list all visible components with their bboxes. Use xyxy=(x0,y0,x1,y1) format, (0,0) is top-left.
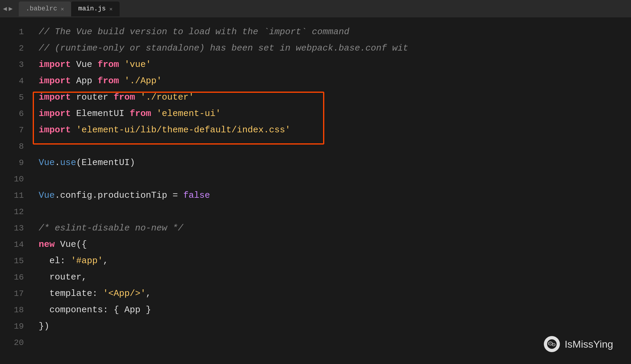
token: './router' xyxy=(135,92,194,102)
watermark-text: IsMissYing xyxy=(565,338,613,350)
token: }) xyxy=(39,321,49,331)
tab-mainjs[interactable]: main.js ✕ xyxy=(71,1,120,16)
token: ElementUI xyxy=(71,109,130,119)
token: = xyxy=(173,190,183,200)
line-content: import Vue from 'vue' xyxy=(39,57,622,73)
line-content: router, xyxy=(39,269,622,285)
line-content: components: { App } xyxy=(39,302,622,318)
nav-forward-icon[interactable]: ▶ xyxy=(9,5,12,13)
tab-babelrc-close[interactable]: ✕ xyxy=(61,6,64,12)
token: import xyxy=(39,125,71,135)
code-line: 11Vue.config.productionTip = false xyxy=(0,187,631,204)
svg-point-6 xyxy=(554,344,554,345)
line-number: 3 xyxy=(9,57,24,73)
nav-back-icon[interactable]: ◀ xyxy=(3,5,7,13)
tab-babelrc-label: .babelrc xyxy=(26,5,57,12)
code-line: 13/* eslint-disable no-new */ xyxy=(0,220,631,236)
wechat-icon xyxy=(544,336,560,352)
token: , xyxy=(146,288,151,299)
token: /* eslint-disable no-new */ xyxy=(39,223,183,233)
line-content: import 'element-ui/lib/theme-default/ind… xyxy=(39,122,622,138)
line-number: 7 xyxy=(9,122,24,138)
code-line: 12 xyxy=(0,204,631,220)
code-line: 1// The Vue build version to load with t… xyxy=(0,24,631,40)
token: App xyxy=(71,76,98,86)
line-number: 2 xyxy=(9,40,24,57)
tab-babelrc[interactable]: .babelrc ✕ xyxy=(19,1,71,16)
line-number: 18 xyxy=(9,302,24,318)
line-content: Vue.use(ElementUI) xyxy=(39,155,622,171)
token: router xyxy=(71,92,114,102)
token: '#app' xyxy=(71,256,103,266)
line-number: 16 xyxy=(9,269,24,285)
line-number: 8 xyxy=(9,138,24,155)
line-number: 1 xyxy=(9,24,24,40)
token: from xyxy=(130,109,151,119)
token: from xyxy=(98,59,119,70)
token: components: { App } xyxy=(39,305,151,315)
nav-arrows: ◀ ▶ xyxy=(3,5,13,13)
line-number: 19 xyxy=(9,318,24,335)
code-line: 17 template: '<App/>', xyxy=(0,285,631,302)
code-line: 10 xyxy=(0,171,631,187)
line-number: 14 xyxy=(9,236,24,253)
line-number: 9 xyxy=(9,155,24,171)
token: Vue xyxy=(39,158,55,168)
token: 'element-ui/lib/theme-default/index.css' xyxy=(71,125,290,135)
code-line: 9Vue.use(ElementUI) xyxy=(0,155,631,171)
token: Vue({ xyxy=(55,239,87,250)
token: import xyxy=(39,92,71,102)
line-content: Vue.config.productionTip = false xyxy=(39,187,622,204)
token: template: xyxy=(39,288,103,299)
code-line: 19}) xyxy=(0,318,631,335)
lines-container: 1// The Vue build version to load with t… xyxy=(0,24,631,351)
token: from xyxy=(114,92,135,102)
code-line: 16 router, xyxy=(0,269,631,285)
token: 'vue' xyxy=(119,59,151,70)
code-line: 7import 'element-ui/lib/theme-default/in… xyxy=(0,122,631,138)
line-number: 4 xyxy=(9,73,24,89)
line-content: new Vue({ xyxy=(39,236,622,253)
code-line: 3import Vue from 'vue' xyxy=(0,57,631,73)
token: . xyxy=(55,158,60,168)
watermark: IsMissYing xyxy=(544,336,613,352)
token: 'element-ui' xyxy=(151,109,221,119)
token: from xyxy=(98,76,119,86)
code-line: 20 xyxy=(0,335,631,351)
line-content: // The Vue build version to load with th… xyxy=(39,24,622,40)
code-line: 15 el: '#app', xyxy=(0,253,631,269)
token: use xyxy=(60,158,76,168)
code-line: 5import router from './router' xyxy=(0,89,631,106)
code-editor: 1// The Vue build version to load with t… xyxy=(0,18,631,364)
token: '<App/>' xyxy=(103,288,146,299)
line-content: /* eslint-disable no-new */ xyxy=(39,220,622,236)
token: './App' xyxy=(119,76,162,86)
line-content: template: '<App/>', xyxy=(39,285,622,302)
line-content: import ElementUI from 'element-ui' xyxy=(39,106,622,122)
token: false xyxy=(183,190,210,200)
line-number: 12 xyxy=(9,204,24,220)
token: Vue xyxy=(39,190,55,200)
line-content: }) xyxy=(39,318,622,335)
code-line: 8 xyxy=(0,138,631,155)
tab-mainjs-close[interactable]: ✕ xyxy=(109,6,112,12)
token: Vue xyxy=(71,59,98,70)
line-number: 15 xyxy=(9,253,24,269)
line-content: import router from './router' xyxy=(39,89,622,106)
token: // The Vue build version to load with th… xyxy=(39,27,349,37)
line-number: 11 xyxy=(9,187,24,204)
tab-mainjs-label: main.js xyxy=(78,5,106,12)
token: router, xyxy=(39,272,87,282)
token: , xyxy=(103,256,108,266)
code-line: 6import ElementUI from 'element-ui' xyxy=(0,106,631,122)
line-number: 20 xyxy=(9,335,24,351)
code-line: 2// (runtime-only or standalone) has bee… xyxy=(0,40,631,57)
code-line: 4import App from './App' xyxy=(0,73,631,89)
token: .config.productionTip xyxy=(55,190,173,200)
editor-window: ◀ ▶ .babelrc ✕ main.js ✕ 1// The Vue bui… xyxy=(0,0,631,364)
token: import xyxy=(39,76,71,86)
svg-point-3 xyxy=(549,343,550,343)
svg-point-4 xyxy=(550,343,551,343)
line-content: import App from './App' xyxy=(39,73,622,89)
code-line: 18 components: { App } xyxy=(0,302,631,318)
